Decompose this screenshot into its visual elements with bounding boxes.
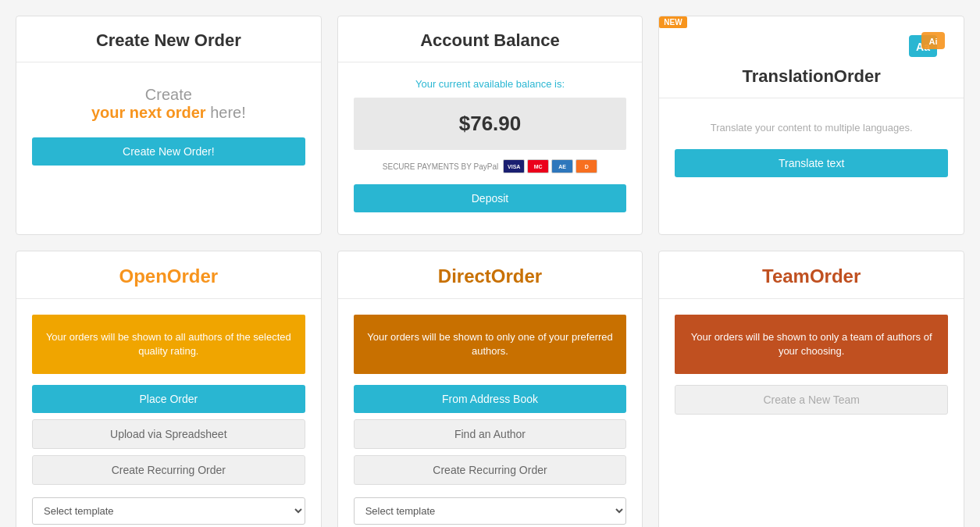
open-order-card: OpenOrder Your orders will be shown to a… <box>16 251 322 527</box>
from-address-book-button[interactable]: From Address Book <box>354 385 627 413</box>
open-order-title: OpenOrder <box>119 265 218 287</box>
team-order-banner: Your orders will be shown to only a team… <box>675 315 948 374</box>
open-create-recurring-button[interactable]: Create Recurring Order <box>32 455 305 485</box>
team-order-body: Your orders will be shown to only a team… <box>659 299 964 527</box>
open-order-header: OpenOrder <box>16 251 321 299</box>
deposit-button[interactable]: Deposit <box>354 184 627 212</box>
open-order-body: Your orders will be shown to all authors… <box>16 299 321 527</box>
place-order-button[interactable]: Place Order <box>32 385 305 413</box>
account-balance-header: Account Balance <box>338 16 643 62</box>
translate-text-button[interactable]: Translate text <box>675 149 948 177</box>
paypal-text: SECURE PAYMENTS BY PayPal <box>383 162 498 171</box>
main-grid: Create New Order Create your next order … <box>16 16 964 527</box>
translation-title: TranslationOrder <box>743 66 881 86</box>
team-order-title: TeamOrder <box>762 265 861 287</box>
create-line2-main: your next order <box>91 104 206 121</box>
card-title: Create New Order <box>96 30 241 50</box>
open-order-template-select[interactable]: Select template <box>32 497 305 525</box>
svg-text:Ai: Ai <box>928 37 937 46</box>
balance-subtitle: Your current available balance is: <box>415 78 565 90</box>
create-line1: Create <box>91 86 246 104</box>
account-balance-title: Account Balance <box>420 30 560 50</box>
create-new-order-header: Create New Order <box>16 16 321 62</box>
direct-order-buttons: From Address Book Find an Author Create … <box>354 385 627 491</box>
discover-icon: D <box>576 159 597 173</box>
create-order-text: Create your next order here! <box>91 86 246 122</box>
balance-amount: $76.90 <box>368 112 613 136</box>
team-order-buttons: Create a New Team <box>675 385 948 421</box>
direct-order-banner: Your orders will be shown to only one of… <box>354 315 627 374</box>
translation-body: Translate your content to multiple langu… <box>659 98 964 234</box>
team-order-header: TeamOrder <box>659 251 964 299</box>
direct-order-body: Your orders will be shown to only one of… <box>338 299 643 527</box>
direct-order-card: DirectOrder Your orders will be shown to… <box>337 251 643 527</box>
create-line2: your next order here! <box>91 104 246 122</box>
find-author-button[interactable]: Find an Author <box>354 419 627 449</box>
visa-icon: VISA <box>503 159 525 173</box>
create-new-team-button[interactable]: Create a New Team <box>675 385 948 415</box>
new-badge: NEW <box>659 16 686 28</box>
direct-create-recurring-button[interactable]: Create Recurring Order <box>354 455 627 485</box>
team-order-card: TeamOrder Your orders will be shown to o… <box>658 251 964 527</box>
translation-order-header: NEW Aa Ai TranslationOrder <box>659 16 964 98</box>
translation-order-card: NEW Aa Ai TranslationOrder Translate you… <box>658 16 964 235</box>
account-balance-body: Your current available balance is: $76.9… <box>338 62 643 234</box>
open-order-buttons: Place Order Upload via Spreadsheet Creat… <box>32 385 305 491</box>
create-new-order-card: Create New Order Create your next order … <box>16 16 322 235</box>
translation-subtitle: Translate your content to multiple langu… <box>711 122 913 134</box>
create-new-order-body: Create your next order here! Create New … <box>16 62 321 234</box>
create-new-order-button[interactable]: Create New Order! <box>32 137 305 166</box>
translation-ai-icon: Aa Ai <box>907 30 948 63</box>
payment-cards: VISA MC AE D <box>503 159 597 173</box>
direct-order-title: DirectOrder <box>438 265 542 287</box>
create-line2-here: here! <box>206 104 246 121</box>
amex-icon: AE <box>551 159 573 173</box>
open-order-banner: Your orders will be shown to all authors… <box>32 315 305 374</box>
paypal-area: SECURE PAYMENTS BY PayPal VISA MC AE D <box>383 159 597 173</box>
mastercard-icon: MC <box>527 159 549 173</box>
direct-order-template-select[interactable]: Select template <box>354 497 627 525</box>
direct-order-header: DirectOrder <box>338 251 643 299</box>
upload-spreadsheet-button[interactable]: Upload via Spreadsheet <box>32 419 305 449</box>
account-balance-card: Account Balance Your current available b… <box>337 16 643 235</box>
balance-box: $76.90 <box>354 98 627 150</box>
